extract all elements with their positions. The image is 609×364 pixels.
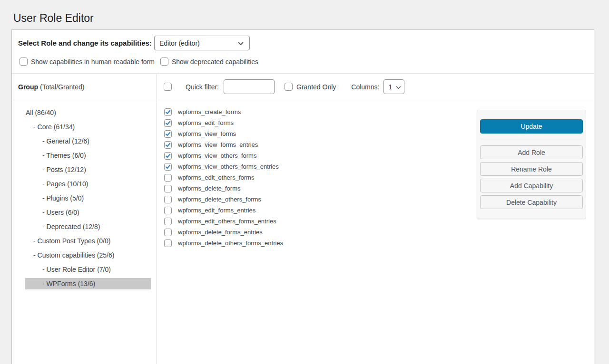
columns-label: Columns: xyxy=(351,83,379,91)
select-all-checkbox[interactable] xyxy=(164,83,172,91)
granted-only-label: Granted Only xyxy=(296,83,336,91)
tree-item-label: - Custom capabilities (25/6) xyxy=(33,251,114,259)
capability-checkbox[interactable] xyxy=(164,185,172,192)
tree-item[interactable]: - Posts (12/12) xyxy=(25,164,151,175)
capability-label: wpforms_delete_forms xyxy=(178,185,241,192)
actions-panel: Update Add Role Rename Role Add Capabili… xyxy=(477,110,586,219)
tree-item[interactable]: - Deprecated (12/8) xyxy=(25,221,151,232)
tree-item-label: - Deprecated (12/8) xyxy=(42,223,100,230)
actions-separator xyxy=(481,140,582,140)
tree-item[interactable]: - WPForms (13/6) xyxy=(25,278,151,289)
quick-filter-input[interactable] xyxy=(224,79,275,94)
role-select[interactable]: Editor (editor) xyxy=(154,36,250,50)
add-role-button[interactable]: Add Role xyxy=(480,145,583,159)
capability-label: wpforms_view_forms_entries xyxy=(178,141,258,148)
capability-checkbox[interactable] xyxy=(164,239,172,247)
role-select-value: Editor (editor) xyxy=(159,39,200,47)
capability-checkbox[interactable] xyxy=(164,229,172,236)
capability-label: wpforms_delete_forms_entries xyxy=(178,229,263,236)
tree-item-label: - General (12/6) xyxy=(42,137,89,145)
human-readable-label: Show capabilities in human readable form xyxy=(31,58,155,66)
filter-bar: Quick filter: Granted Only Columns: 1 xyxy=(157,74,594,100)
capability-row: wpforms_delete_others_forms_entries xyxy=(164,238,594,249)
capability-checkbox[interactable] xyxy=(164,207,172,214)
capability-label: wpforms_edit_others_forms_entries xyxy=(178,218,276,225)
tree-item-label: - WPForms (13/6) xyxy=(42,280,95,287)
columns-select-value: 1 xyxy=(388,83,392,91)
capability-label: wpforms_view_others_forms xyxy=(178,152,256,159)
capability-label: wpforms_view_others_forms_entries xyxy=(178,163,279,170)
select-role-label: Select Role and change its capabilities: xyxy=(18,39,152,47)
tree-item[interactable]: - User Role Editor (7/0) xyxy=(25,264,151,275)
tree-item-label: - Posts (12/12) xyxy=(42,166,86,173)
capability-label: wpforms_edit_others_forms xyxy=(178,174,254,181)
columns-select[interactable]: 1 xyxy=(383,79,404,94)
tree-item-label: - Plugins (5/0) xyxy=(42,194,84,202)
add-capability-button[interactable]: Add Capability xyxy=(480,179,583,192)
page-title: User Role Editor xyxy=(13,11,94,25)
chevron-down-icon xyxy=(238,39,244,47)
capability-label: wpforms_edit_forms_entries xyxy=(178,207,255,214)
capability-checkbox[interactable] xyxy=(164,108,172,116)
group-header: Group (Total/Granted) xyxy=(12,74,157,100)
group-header-bold: Group xyxy=(18,83,38,91)
tree-item[interactable]: - Pages (10/10) xyxy=(25,178,151,190)
capability-row: wpforms_delete_forms_entries xyxy=(164,227,594,238)
show-deprecated-label: Show deprecated capabilities xyxy=(172,58,258,66)
tree-item-label: - Custom Post Types (0/0) xyxy=(33,237,110,245)
tree-item[interactable]: - Users (6/0) xyxy=(25,207,151,218)
capability-checkbox[interactable] xyxy=(164,152,172,160)
role-selection-section: Select Role and change its capabilities:… xyxy=(12,30,594,74)
update-button[interactable]: Update xyxy=(480,119,583,134)
tree-item[interactable]: - Core (61/34) xyxy=(25,121,151,133)
capability-label: wpforms_delete_others_forms xyxy=(178,196,261,203)
capability-checkbox[interactable] xyxy=(164,218,172,225)
tree-item[interactable]: - Themes (6/0) xyxy=(25,150,151,161)
tree-item-label: - Themes (6/0) xyxy=(42,152,86,159)
tree-item[interactable]: All (86/40) xyxy=(25,107,151,118)
tree-item[interactable]: - General (12/6) xyxy=(25,135,151,147)
user-role-editor-panel: Select Role and change its capabilities:… xyxy=(11,29,594,364)
capability-checkbox[interactable] xyxy=(164,163,172,171)
human-readable-checkbox[interactable] xyxy=(20,57,28,66)
tree-item-label: - Users (6/0) xyxy=(42,209,79,216)
tree-item[interactable]: - Custom Post Types (0/0) xyxy=(25,235,151,247)
capability-label: wpforms_delete_others_forms_entries xyxy=(178,239,283,247)
capability-label: wpforms_edit_forms xyxy=(178,119,234,126)
capability-label: wpforms_create_forms xyxy=(178,108,241,115)
body-row: All (86/40)- Core (61/34)- General (12/6… xyxy=(12,100,594,364)
tree-item-label: - Pages (10/10) xyxy=(42,180,88,188)
capability-checkbox[interactable] xyxy=(164,141,172,149)
quick-filter-label: Quick filter: xyxy=(186,83,219,91)
rename-role-button[interactable]: Rename Role xyxy=(480,162,583,176)
group-header-rest: (Total/Granted) xyxy=(40,83,84,91)
header-band: Group (Total/Granted) Quick filter: Gran… xyxy=(12,74,594,100)
delete-capability-button[interactable]: Delete Capability xyxy=(480,195,583,209)
show-deprecated-checkbox[interactable] xyxy=(160,57,168,66)
granted-only-checkbox[interactable] xyxy=(285,83,293,91)
tree-item-label: - User Role Editor (7/0) xyxy=(42,266,111,273)
chevron-down-icon xyxy=(396,83,401,91)
capability-checkbox[interactable] xyxy=(164,119,172,127)
tree-item-label: - Core (61/34) xyxy=(33,123,75,131)
capability-checkbox[interactable] xyxy=(164,196,172,203)
tree-item[interactable]: - Custom capabilities (25/6) xyxy=(25,249,151,261)
tree-item-label: All (86/40) xyxy=(26,109,56,116)
capability-checkbox[interactable] xyxy=(164,174,172,182)
capability-label: wpforms_view_forms xyxy=(178,130,236,137)
capabilities-area: wpforms_create_forms wpforms_edit_forms … xyxy=(157,100,594,364)
tree-item[interactable]: - Plugins (5/0) xyxy=(25,192,151,204)
capability-checkbox[interactable] xyxy=(164,130,172,138)
groups-tree: All (86/40)- Core (61/34)- General (12/6… xyxy=(12,100,157,364)
